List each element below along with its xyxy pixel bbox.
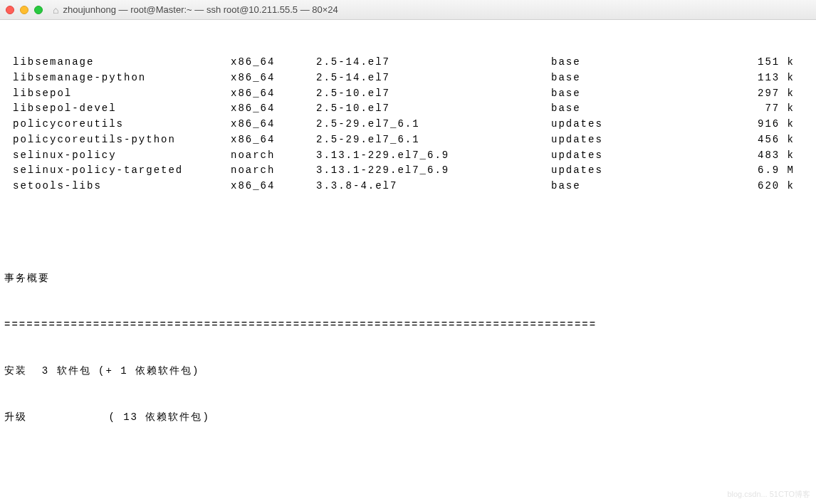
package-row: libsepolx86_642.5-10.el7base297 k [3,86,813,102]
pkg-repo: updates [551,132,722,148]
pkg-repo: updates [551,148,722,164]
pkg-size: 620 k [722,179,813,194]
pkg-name: selinux-policy [3,148,231,164]
pkg-repo: base [551,86,722,102]
pkg-name: libsemanage-python [3,70,231,86]
pkg-name: libsemanage [3,55,231,70]
blank-line [3,225,813,241]
close-button[interactable] [6,6,14,14]
pkg-version: 2.5-10.el7 [316,101,551,117]
pkg-arch: x86_64 [231,117,316,132]
pkg-version: 2.5-29.el7_6.1 [316,132,551,148]
pkg-arch: x86_64 [231,132,316,148]
package-row: selinux-policy-targetednoarch3.13.1-229.… [3,163,813,179]
window-titlebar: ⌂ zhoujunhong — root@Master:~ — ssh root… [0,0,816,20]
pkg-size: 151 k [722,55,813,70]
package-row: policycoreutils-pythonx86_642.5-29.el7_6… [3,132,813,148]
pkg-name: policycoreutils [3,117,231,132]
pkg-size: 916 k [722,117,813,132]
traffic-lights [6,6,43,14]
pkg-version: 3.3.8-4.el7 [316,179,551,194]
terminal-output[interactable]: libsemanagex86_642.5-14.el7base151 klibs… [0,20,816,504]
pkg-arch: x86_64 [231,55,316,70]
zoom-button[interactable] [34,6,43,14]
pkg-arch: x86_64 [231,86,316,102]
pkg-size: 297 k [722,86,813,102]
minimize-button[interactable] [20,6,28,14]
pkg-version: 2.5-10.el7 [316,86,551,102]
package-row: selinux-policynoarch3.13.1-229.el7_6.9up… [3,148,813,164]
install-line: 安装 3 软件包 (+ 1 依赖软件包) [3,364,813,379]
package-row: libsemanagex86_642.5-14.el7base151 k [3,55,813,70]
pkg-size: 483 k [722,148,813,164]
pkg-arch: x86_64 [231,179,316,194]
pkg-version: 2.5-14.el7 [316,55,551,70]
pkg-name: libsepol [3,86,231,102]
blank-line [3,456,813,472]
pkg-repo: updates [551,117,722,132]
pkg-name: selinux-policy-targeted [3,163,231,179]
pkg-name: policycoreutils-python [3,132,231,148]
pkg-size: 113 k [722,70,813,86]
pkg-name: setools-libs [3,179,231,194]
upgrade-line: 升级 ( 13 依赖软件包) [3,410,813,426]
pkg-repo: base [551,70,722,86]
pkg-size: 77 k [722,101,813,117]
pkg-version: 2.5-29.el7_6.1 [316,117,551,132]
pkg-version: 2.5-14.el7 [316,70,551,86]
watermark: blog.csdn... 51CTO博客 [727,489,810,500]
pkg-arch: noarch [231,148,316,164]
pkg-repo: updates [551,163,722,179]
package-row: libsemanage-pythonx86_642.5-14.el7base11… [3,70,813,86]
pkg-repo: base [551,101,722,117]
divider: ========================================… [3,317,813,333]
package-row: policycoreutilsx86_642.5-29.el7_6.1updat… [3,117,813,132]
window-title: zhoujunhong — root@Master:~ — ssh root@1… [63,4,338,15]
package-row: libsepol-develx86_642.5-10.el7base77 k [3,101,813,117]
pkg-name: libsepol-devel [3,101,231,117]
pkg-repo: base [551,55,722,70]
transaction-summary-title: 事务概要 [3,271,813,287]
home-icon: ⌂ [53,4,58,16]
pkg-arch: x86_64 [231,101,316,117]
pkg-arch: x86_64 [231,70,316,86]
pkg-size: 6.9 M [722,163,813,179]
pkg-arch: noarch [231,163,316,179]
pkg-repo: base [551,179,722,194]
pkg-version: 3.13.1-229.el7_6.9 [316,163,551,179]
pkg-size: 456 k [722,132,813,148]
pkg-version: 3.13.1-229.el7_6.9 [316,148,551,164]
package-row: setools-libsx86_643.3.8-4.el7base620 k [3,179,813,194]
